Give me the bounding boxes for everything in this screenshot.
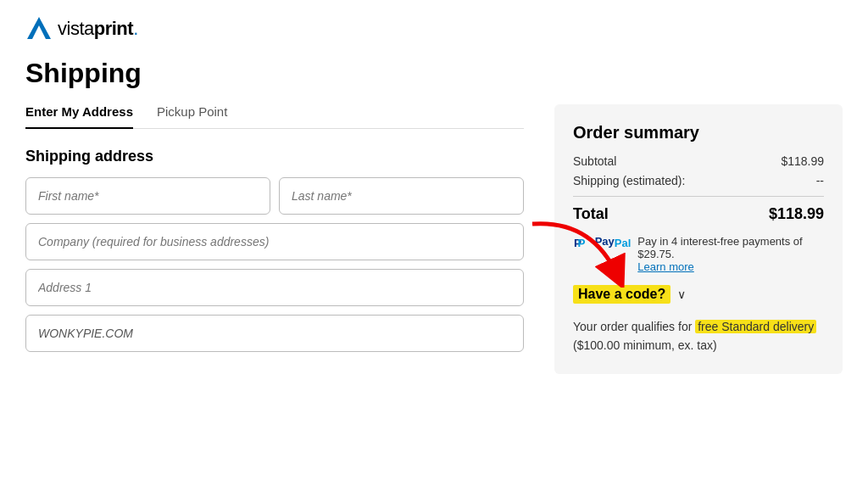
- free-delivery-text: Your order qualifies for free Standard d…: [573, 317, 824, 355]
- total-value: $118.99: [769, 205, 824, 223]
- last-name-input[interactable]: [279, 177, 524, 215]
- first-name-input[interactable]: [25, 177, 270, 215]
- name-row: [25, 177, 524, 215]
- address-form: [25, 177, 524, 352]
- shipping-label: Shipping (estimated):: [573, 174, 685, 187]
- shipping-address-title: Shipping address: [25, 148, 524, 165]
- address1-input[interactable]: [25, 269, 524, 306]
- have-code-label: Have a code?: [573, 285, 670, 304]
- subtotal-label: Subtotal: [573, 154, 616, 168]
- tabs-bar: Enter My Address Pickup Point: [25, 104, 524, 129]
- address1-row: [25, 269, 524, 306]
- svg-text:P: P: [578, 237, 586, 249]
- tab-pickup-point[interactable]: Pickup Point: [157, 104, 227, 129]
- logo-dot: .: [133, 18, 138, 39]
- company-input[interactable]: [25, 223, 524, 260]
- learn-more-link[interactable]: Learn more: [637, 260, 824, 273]
- tab-enter-address[interactable]: Enter My Address: [25, 104, 133, 129]
- logo-part1: vista: [58, 18, 94, 39]
- page-title: Shipping: [25, 58, 843, 89]
- logo: vistaprint.: [25, 15, 843, 42]
- left-column: Enter My Address Pickup Point Shipping a…: [25, 104, 524, 352]
- total-label: Total: [573, 205, 609, 223]
- address2-row: [25, 315, 524, 352]
- order-summary-title: Order summary: [573, 123, 824, 142]
- paypal-pay: P P Pay: [573, 235, 615, 250]
- paypal-logo-icon: P P Pay Pal: [573, 235, 631, 250]
- vistaprint-logo-icon: [25, 15, 53, 42]
- shipping-line: Shipping (estimated): --: [573, 174, 824, 187]
- order-summary-panel: Order summary Subtotal $118.99 Shipping …: [554, 104, 843, 374]
- paypal-icon: P P: [573, 235, 590, 250]
- address2-input[interactable]: [25, 315, 524, 352]
- chevron-down-icon: ∨: [677, 288, 686, 301]
- logo-part2: print: [94, 18, 133, 39]
- summary-divider: [573, 196, 824, 197]
- have-code-row[interactable]: Have a code? ∨: [573, 285, 824, 304]
- total-line: Total $118.99: [573, 205, 824, 223]
- shipping-value: --: [816, 174, 824, 187]
- company-row: [25, 223, 524, 260]
- paypal-text: Pay in 4 interest-free payments of $29.7…: [637, 235, 824, 273]
- subtotal-value: $118.99: [781, 154, 824, 168]
- free-delivery-highlight: free Standard delivery: [695, 320, 816, 333]
- logo-text: vistaprint.: [58, 18, 138, 40]
- paypal-section: P P Pay Pal Pay in 4 interest-free payme…: [573, 235, 824, 273]
- subtotal-line: Subtotal $118.99: [573, 154, 824, 168]
